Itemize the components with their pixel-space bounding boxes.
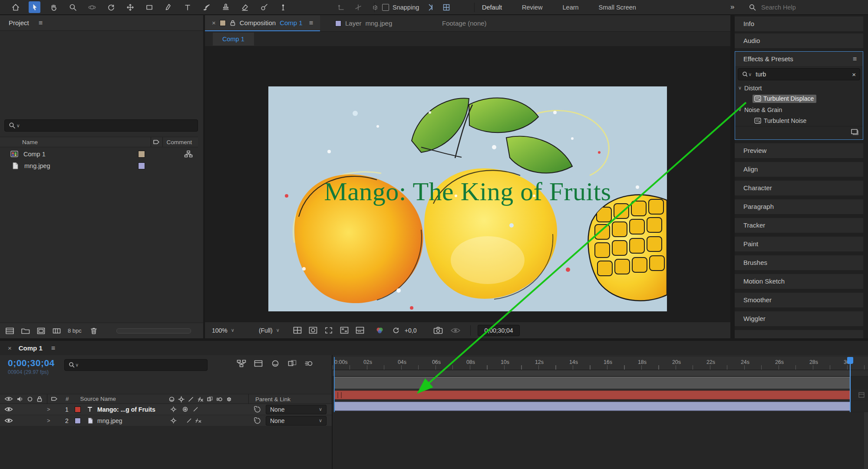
draft-3d-icon[interactable] — [254, 359, 263, 368]
puppet-pin-tool[interactable] — [277, 1, 289, 13]
clear-search-icon[interactable]: × — [852, 71, 856, 78]
frame-blend-switch-column-icon[interactable] — [207, 396, 213, 403]
parent-dropdown[interactable]: None ∨ — [266, 416, 327, 426]
effects-panel-title[interactable]: Effects & Presets — [743, 55, 793, 63]
parent-pickwhip-icon[interactable] — [254, 406, 261, 413]
current-time-display[interactable]: 0;00;30;04 00904 (29.97 fps) — [8, 358, 55, 375]
rotate-tool[interactable] — [105, 1, 117, 13]
workspace-tab-small-screen[interactable]: Small Screen — [599, 4, 636, 11]
parent-dropdown[interactable]: None ∨ — [266, 405, 327, 414]
label-swatch-comp[interactable] — [138, 151, 145, 158]
new-composition-icon[interactable] — [36, 327, 46, 335]
project-search-input[interactable] — [23, 122, 194, 129]
frame-blending-icon[interactable] — [287, 359, 297, 368]
timeline-navigator-bar[interactable] — [333, 370, 868, 377]
effects-search-box[interactable]: ∨ × — [738, 68, 860, 80]
shape-tool[interactable] — [143, 1, 155, 13]
workspace-tab-default[interactable]: Default — [482, 4, 502, 11]
panel-header-character[interactable]: Character — [735, 181, 863, 195]
label-column-icon[interactable] — [51, 396, 59, 402]
effects-panel-menu-icon[interactable]: ≡ — [853, 55, 857, 63]
group-twirl-icon[interactable]: ∨ — [738, 107, 742, 112]
snap-to-edges-icon[interactable] — [425, 2, 437, 13]
panel-header-wiggler[interactable]: Wiggler — [735, 311, 863, 326]
work-area-bar[interactable] — [334, 377, 850, 389]
project-column-comment[interactable]: Comment — [166, 139, 192, 145]
zoom-tool[interactable] — [67, 1, 79, 13]
local-axis-mode-icon[interactable] — [335, 1, 347, 13]
toggle-mask-visibility-icon[interactable] — [308, 326, 318, 334]
take-snapshot-icon[interactable] — [433, 326, 443, 334]
collapse-switch-column-icon[interactable] — [178, 396, 185, 403]
brush-tool[interactable] — [201, 1, 212, 13]
snap-options-icon[interactable] — [440, 2, 452, 13]
help-search-input[interactable] — [760, 3, 849, 11]
close-tab-icon[interactable]: × — [8, 344, 12, 352]
region-of-interest-icon[interactable] — [324, 326, 333, 334]
video-column-icon[interactable] — [4, 396, 13, 402]
effect-item-turbulent-displace[interactable]: Turbulent Displace — [735, 93, 863, 104]
panel-header-preview[interactable]: Preview — [735, 143, 863, 158]
interpret-footage-icon[interactable] — [5, 327, 15, 335]
current-time-indicator-handle[interactable] — [847, 357, 853, 364]
project-item-row[interactable]: Comp 1 — [0, 148, 198, 160]
layer-visibility-icon[interactable] — [4, 418, 13, 423]
panel-header-motion-sketch[interactable]: Motion Sketch — [735, 274, 863, 289]
eraser-tool[interactable] — [239, 1, 251, 13]
layer-bar-footage[interactable] — [334, 402, 850, 411]
layer-visibility-icon[interactable] — [4, 406, 13, 412]
parent-pickwhip-icon[interactable] — [254, 417, 261, 424]
footage-tab[interactable]: Footage (none) — [442, 15, 487, 31]
quality-switch-icon[interactable] — [192, 406, 199, 413]
trash-icon[interactable] — [89, 327, 98, 335]
layer-twirl-icon[interactable]: > — [47, 417, 50, 424]
panel-header-tracker[interactable]: Tracker — [735, 218, 863, 233]
project-search-box[interactable]: ∨ — [4, 119, 198, 132]
composition-tab[interactable]: × Composition Comp 1 ≡ — [205, 15, 320, 31]
layer-bar-text[interactable] — [334, 390, 850, 400]
layer-label-swatch[interactable] — [75, 406, 81, 413]
snapping-checkbox[interactable] — [382, 4, 389, 11]
home-button[interactable] — [10, 1, 21, 13]
magnification-dropdown[interactable]: 100% — [212, 327, 228, 334]
hide-shy-layers-icon[interactable] — [271, 359, 280, 368]
audio-column-icon[interactable] — [17, 396, 23, 402]
effect-item-turbulent-noise[interactable]: Turbulent Noise — [735, 115, 863, 126]
effects-group-distort[interactable]: ∨ Distort — [735, 83, 863, 93]
timeline-tab-title[interactable]: Comp 1 — [19, 344, 43, 352]
lock-column-icon[interactable] — [36, 396, 43, 402]
parent-link-column-label[interactable]: Parent & Link — [255, 396, 290, 403]
panel-header-info[interactable]: Info — [735, 17, 863, 31]
project-panel-tab[interactable]: Project — [9, 19, 29, 26]
used-in-comp-icon[interactable] — [184, 150, 193, 158]
type-tool[interactable] — [182, 1, 193, 13]
project-panel-menu-icon[interactable]: ≡ — [39, 19, 43, 27]
timeline-ruler[interactable]: 0:00s 02s 04s 06s 08s 10s 12s 14s 16s 18… — [333, 357, 868, 370]
effects-group-noise-grain[interactable]: ∨ Noise & Grain — [735, 104, 863, 115]
color-depth-icon[interactable] — [52, 327, 62, 335]
toggle-transparency-grid-icon[interactable] — [340, 326, 349, 334]
project-item-row[interactable]: mng.jpeg — [0, 160, 198, 172]
source-name-column-label[interactable]: Source Name — [80, 396, 116, 402]
panel-header-brushes[interactable]: Brushes — [735, 255, 863, 270]
pan-behind-tool[interactable] — [124, 1, 136, 13]
collapse-switch-icon[interactable] — [170, 417, 177, 424]
view-axis-mode-icon[interactable] — [369, 1, 381, 13]
resolution-dropdown[interactable]: (Full) — [259, 327, 273, 334]
mini-flowchart-icon[interactable] — [237, 359, 246, 368]
project-scrollbar[interactable] — [116, 328, 191, 334]
fx-switch-column-icon[interactable] — [197, 396, 204, 403]
label-color-column-icon[interactable] — [153, 139, 161, 145]
timeline-tab-menu-icon[interactable]: ≡ — [51, 344, 55, 352]
label-swatch-footage[interactable] — [138, 162, 145, 169]
motion-blur-icon[interactable] — [304, 359, 314, 368]
reset-exposure-icon[interactable] — [392, 326, 400, 334]
panel-header-audio[interactable]: Audio — [735, 33, 863, 48]
solo-column-icon[interactable] — [27, 396, 33, 402]
panel-header-paragraph[interactable]: Paragraph — [735, 199, 863, 214]
effects-search-input[interactable] — [755, 70, 849, 78]
motion-blur-switch-column-icon[interactable] — [216, 396, 223, 403]
3d-switch-column-icon[interactable] — [226, 396, 232, 403]
panel-header-clipped[interactable] — [735, 330, 863, 338]
roto-brush-tool[interactable] — [258, 1, 270, 13]
